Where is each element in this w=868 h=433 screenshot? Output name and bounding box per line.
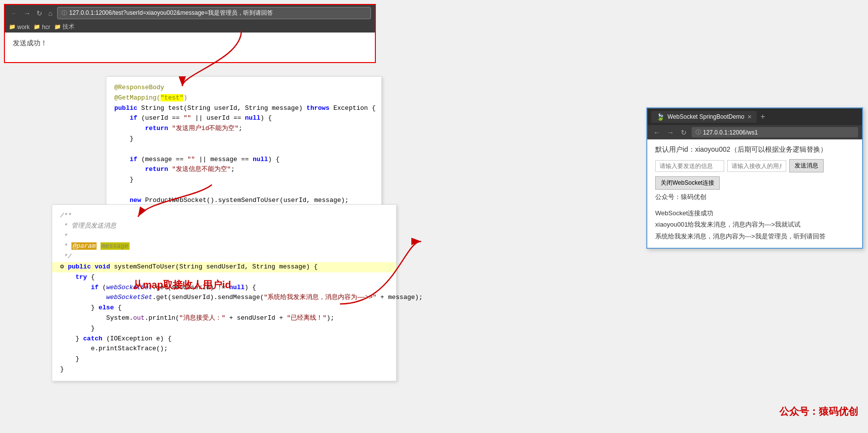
ws-default-user: 默认用户id：xiaoyou002（后期可以根据业务逻辑替换） [655,145,854,154]
footer-text: 公众号：猿码优创 [779,405,858,418]
bookmarks-bar: 📁 work 📁 hcr 📁 技术 [5,21,375,33]
leaf-icon: 🍃 [656,113,665,121]
ws-close-button[interactable]: 关闭WebSocket连接 [655,176,720,190]
comment-3: * [60,232,388,242]
browser-nav: ← → ↻ ⌂ [9,8,54,18]
code-box-bottom: /** * 管理员发送消息 * * @param message */ ⚙ pu… [52,204,397,381]
ws-tab-label: WebSocket SpringBootDemo [668,113,744,120]
ws-forward-icon[interactable]: → [665,128,676,137]
ws-log-line-2: xiaoyou001给我发来消息，消息内容为--->我就试试 [655,219,854,230]
code-line-10: } [114,175,373,185]
ws-titlebar: 🍃 WebSocket SpringBootDemo ✕ + [647,108,862,125]
code-line-5: return "发送用户id不能为空"; [114,124,373,134]
ws-add-tab-icon[interactable]: + [761,112,765,121]
comment-5: */ [60,252,388,262]
send-msg-line: webSocketSet.get(sendUserId).sendMessage… [60,293,388,303]
println-line: System.out.println("消息接受人：" + sendUserId… [60,313,388,324]
browser-window: ← → ↻ ⌂ ⓘ 127.0.0.1:12006/test?userId=xi… [4,4,376,63]
browser-content: 发送成功！ [5,33,375,62]
catch-line: } catch (IOException e) { [60,334,388,344]
folder-icon-2: 📁 [33,24,40,30]
comment-1: /** [60,211,388,221]
forward-arrow-icon[interactable]: → [22,8,33,18]
ws-send-button[interactable]: 发送消息 [789,159,824,172]
address-bar[interactable]: ⓘ 127.0.0.1:12006/test?userId=xiaoyou002… [57,7,371,19]
home-icon[interactable]: ⌂ [46,8,54,18]
code-line-8: if (message == "" || message == null) { [114,155,373,165]
ws-user-input[interactable] [727,160,786,172]
ws-log: WebSocket连接成功 xiaoyou001给我发来消息，消息内容为--->… [655,207,854,242]
code-line-9: return "发送信息不能为空"; [114,165,373,175]
ws-nav-bar: ← → ↻ ⓘ 127.0.0.1:12006/ws1 [647,125,862,139]
ws-log-line-3: 系统给我发来消息，消息内容为--->我是管理员，听到请回答 [655,231,854,242]
bookmark-tech[interactable]: 📁 技术 [54,23,74,31]
ws-tab-close-icon[interactable]: ✕ [747,114,752,120]
code-line-6: } [114,134,373,144]
else-close: } [60,324,388,334]
ws-content: 默认用户id：xiaoyou002（后期可以根据业务逻辑替换） 发送消息 关闭W… [647,139,862,248]
ws-public-account: 公众号：猿码优创 [655,193,854,201]
code-line-3: public String test(String userId, String… [114,103,373,114]
ws-back-icon[interactable]: ← [651,128,662,137]
code-line-11 [114,185,373,196]
bookmark-work[interactable]: 📁 work [9,23,30,31]
ws-address-text: 127.0.0.1:12006/ws1 [703,129,758,136]
catch-close: } [60,354,388,365]
else-line: } else { [60,303,388,313]
ws-tab[interactable]: 🍃 WebSocket SpringBootDemo ✕ [651,111,757,123]
comment-4: * @param message [60,241,388,252]
ws-refresh-icon[interactable]: ↻ [679,128,689,137]
method-sig: ⚙ public void systemSendToUser(String se… [60,262,388,272]
folder-icon: 📁 [9,24,16,30]
back-arrow-icon[interactable]: ← [9,8,20,18]
comment-2: * 管理员发送消息 [60,221,388,232]
code-line-4: if (userId == "" || userId == null) { [114,113,373,124]
ws-lock-icon: ⓘ [696,129,701,136]
annotation-text: 从map取接收人用户id [133,278,231,292]
stacktrace-line: e.printStackTrace(); [60,344,388,354]
address-text: 127.0.0.1:12006/test?userId=xiaoyou002&m… [69,9,273,17]
method-close: } [60,365,388,375]
code-line-7 [114,144,373,155]
refresh-icon[interactable]: ↻ [34,8,44,18]
ws-log-line-1: WebSocket连接成功 [655,207,854,219]
browser-toolbar: ← → ↻ ⌂ ⓘ 127.0.0.1:12006/test?userId=xi… [5,5,375,21]
send-success-text: 发送成功！ [13,39,47,47]
lock-icon: ⓘ [62,9,67,17]
bookmark-hcr[interactable]: 📁 hcr [33,23,50,31]
code-line-1: @ResponseBody [114,83,373,93]
folder-icon-3: 📁 [54,24,61,30]
websocket-window: 🍃 WebSocket SpringBootDemo ✕ + ← → ↻ ⓘ 1… [646,107,863,249]
ws-message-input[interactable] [655,160,724,172]
ws-form-row: 发送消息 [655,159,854,172]
code-line-2: @GetMapping("test") [114,93,373,103]
ws-address-bar[interactable]: ⓘ 127.0.0.1:12006/ws1 [692,127,858,137]
